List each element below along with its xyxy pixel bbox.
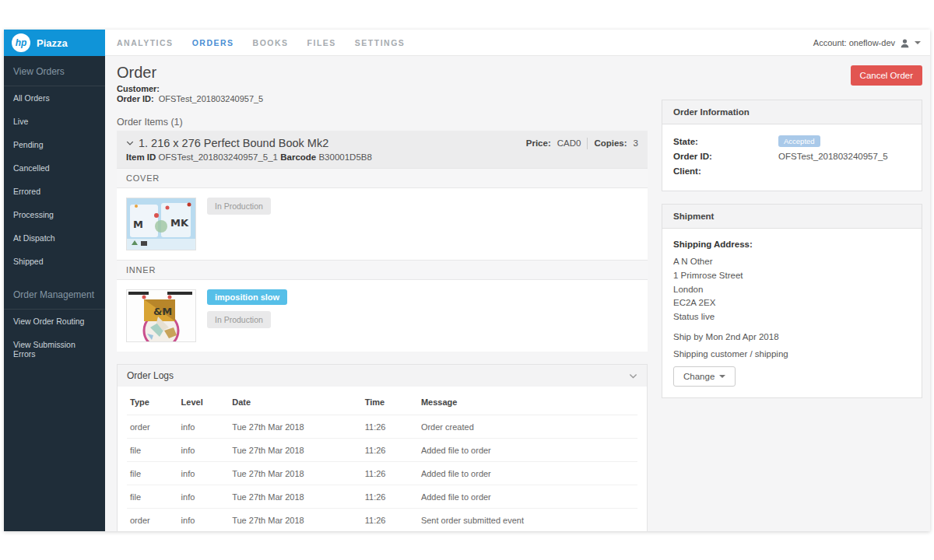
address-line: Status live [673,310,911,324]
table-cell: 11:26 [362,462,418,485]
user-icon [900,38,910,48]
table-row: orderinfoTue 27th Mar 201811:26Order cre… [127,415,637,439]
address-line: London [673,283,911,297]
nav-files[interactable]: FILES [307,38,336,47]
sidebar-item-cancelled[interactable]: Cancelled [4,156,105,180]
shipping-address: A N Other1 Primrose StreetLondonEC2A 2EX… [673,255,911,324]
sidebar: View OrdersAll OrdersLivePendingCancelle… [4,56,105,531]
table-cell: Tue 27th Mar 2018 [229,439,362,462]
order-items-column: 1. 216 x 276 Perfect Bound Book Mk2 Pric… [117,131,648,531]
cover-thumbnail[interactable]: M MK [126,198,196,250]
order-logs-body: TypeLevelDateTimeMessage orderinfoTue 27… [118,387,647,531]
table-cell: info [178,485,230,509]
sidebar-item-pending[interactable]: Pending [4,133,105,156]
cancel-order-button[interactable]: Cancel Order [851,65,922,86]
shipping-address-label: Shipping Address: [673,240,911,249]
divider [587,138,588,149]
svg-text:&M: &M [153,306,172,317]
sidebar-item-errored[interactable]: Errored [4,180,105,203]
state-badge: Accepted [778,135,820,147]
logo-block[interactable]: hp Piazza [4,30,105,56]
inner-section-header: INNER [117,260,648,280]
order-information-panel: Order Information State: Accepted Order … [662,100,922,191]
sidebar-item-live[interactable]: Live [4,110,105,133]
table-cell: order [127,415,178,439]
table-cell: Sent order submitted event [418,509,637,532]
main-content: Order Customer: Order ID:OFSTest_2018032… [105,56,930,531]
cover-section-header: COVER [117,168,648,188]
chevron-down-icon [629,372,637,380]
chevron-down-icon [719,375,725,378]
nav-analytics[interactable]: ANALYTICS [117,38,174,47]
item-id-label: Item ID [126,152,156,162]
sidebar-item-at-dispatch[interactable]: At Dispatch [4,226,105,250]
sidebar-item-all-orders[interactable]: All Orders [4,86,105,110]
nav-books[interactable]: BOOKS [253,38,289,47]
inner-thumbnail[interactable]: &M [126,289,196,342]
customer-label: Customer: [117,84,160,93]
item-id-line: Item ID OFSTest_201803240957_5_1 Barcode… [126,152,638,162]
nav-orders[interactable]: ORDERS [192,38,234,47]
table-cell: info [178,462,230,485]
table-row: fileinfoTue 27th Mar 201811:26Added file… [127,485,637,509]
table-cell: 11:26 [362,439,418,462]
svg-text:M: M [133,219,143,230]
svg-text:MK: MK [170,217,189,229]
sidebar-section-header: View Orders [4,56,105,86]
table-cell: order [127,509,178,532]
page-title: Order [117,64,156,82]
client-row: Client: [673,165,911,177]
column-header-level: Level [178,390,230,415]
sidebar-gap [4,273,105,279]
price-label: Price: [526,138,551,148]
sidebar-item-view-order-routing[interactable]: View Order Routing [4,310,105,333]
price-value: CAD0 [557,138,581,148]
state-label: State: [673,137,778,146]
order-id-label: Order ID: [117,94,154,103]
top-bar: hp Piazza ANALYTICSORDERSBOOKSFILESSETTI… [4,30,930,56]
table-body: orderinfoTue 27th Mar 201811:26Order cre… [127,415,637,532]
table-cell: Order created [418,415,637,439]
address-line: A N Other [673,255,911,269]
account-label: Account: oneflow-dev [813,38,895,47]
order-logs-title: Order Logs [127,370,174,381]
order-information-title: Order Information [662,100,922,124]
table-header-row: TypeLevelDateTimeMessage [127,390,637,415]
order-items-label: Order Items (1) [117,117,183,128]
change-button[interactable]: Change [673,366,736,387]
order-id-line: Order ID:OFSTest_201803240957_5 [117,94,263,103]
chevron-down-icon [915,41,921,44]
order-logs-header[interactable]: Order Logs [118,365,647,387]
account-menu[interactable]: Account: oneflow-dev [813,30,921,56]
order-logs-table: TypeLevelDateTimeMessage orderinfoTue 27… [127,390,637,531]
shipment-panel: Shipment Shipping Address: A N Other1 Pr… [662,204,922,398]
table-cell: info [178,439,230,462]
sidebar-item-processing[interactable]: Processing [4,203,105,226]
column-header-date: Date [229,390,362,415]
ship-by-date: Ship by Mon 2nd Apr 2018 [673,332,911,341]
item-id-value: OFSTest_201803240957_5_1 [159,152,278,162]
table-cell: Tue 27th Mar 2018 [229,462,362,485]
column-header-message: Message [418,390,637,415]
item-title: 1. 216 x 276 Perfect Bound Book Mk2 [139,137,328,149]
status-badge: imposition slow [207,289,287,305]
address-line: 1 Primrose Street [673,269,911,283]
table-cell: file [127,462,178,485]
sidebar-item-shipped[interactable]: Shipped [4,250,105,273]
right-column: Order Information State: Accepted Order … [662,100,922,411]
nav-settings[interactable]: SETTINGS [355,38,406,47]
table-cell: info [178,415,230,439]
barcode-value: B30001D5B8 [318,152,371,162]
order-logs-panel: Order Logs TypeLevelDateTimeMessage orde… [117,364,648,531]
app-window: hp Piazza ANALYTICSORDERSBOOKSFILESSETTI… [4,30,930,531]
status-badge: In Production [207,198,271,215]
order-item-header[interactable]: 1. 216 x 276 Perfect Bound Book Mk2 Pric… [117,131,648,168]
chevron-down-icon [126,136,134,150]
column-header-type: Type [127,390,178,415]
cover-badges: In Production [207,198,271,215]
table-row: orderinfoTue 27th Mar 201811:26Sent orde… [127,509,637,532]
order-id-label: Order ID: [673,152,778,161]
status-badge: In Production [207,311,271,328]
sidebar-item-view-submission-errors[interactable]: View Submission Errors [4,333,105,366]
table-cell: 11:26 [362,485,418,509]
